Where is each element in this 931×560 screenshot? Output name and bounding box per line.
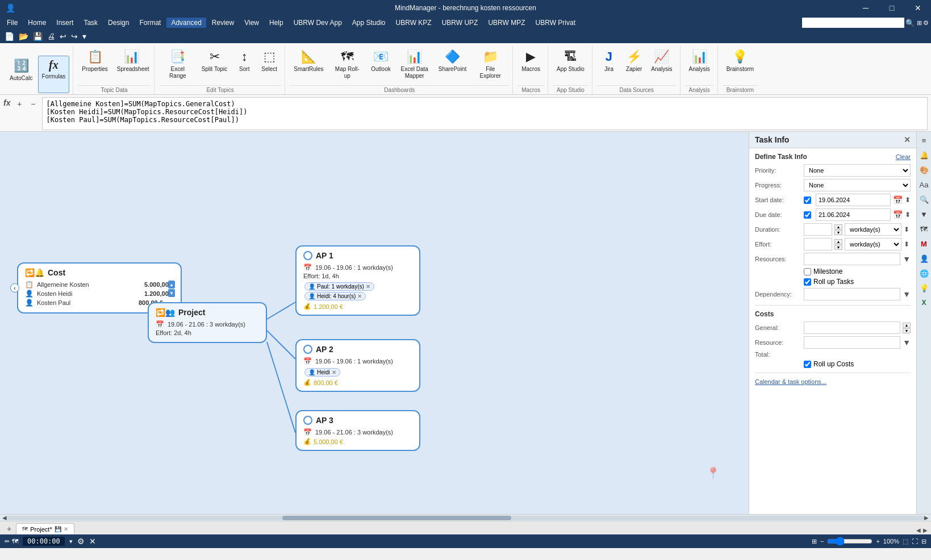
spreadsheet-button[interactable]: 📊 Spreadsheet	[113, 47, 151, 84]
zoom-out-icon[interactable]: −	[820, 538, 824, 545]
h-scrollbar[interactable]: ◀ ▶	[0, 514, 931, 521]
scroll-right-btn[interactable]: ▶	[924, 515, 929, 521]
menu-review[interactable]: Review	[207, 18, 239, 28]
ap1-tag-heidi-remove[interactable]: ✕	[357, 293, 362, 299]
sidebar-style-icon[interactable]: Aa	[918, 178, 930, 191]
costs-general-down[interactable]: ▼	[903, 328, 911, 333]
task-panel-close[interactable]: ✕	[904, 135, 911, 144]
due-date-spinner[interactable]: ⬍	[905, 211, 911, 219]
brainstorm-button[interactable]: 💡 Brainstorm	[723, 47, 758, 84]
duration-up[interactable]: ▲	[834, 224, 842, 229]
milestone-checkbox[interactable]	[804, 268, 811, 275]
ap1-tag-paul-remove[interactable]: ✕	[366, 283, 370, 290]
undo-btn[interactable]: ↩	[59, 31, 68, 42]
rollup-tasks-checkbox[interactable]	[804, 278, 811, 286]
analysis2-button[interactable]: 📊 Analysis	[685, 47, 714, 84]
formulas-button[interactable]: fx Formulas	[38, 56, 70, 93]
expand-btn[interactable]: ▾	[81, 31, 87, 42]
sidebar-bell-icon[interactable]: 🔔	[918, 149, 930, 161]
sidebar-globe-icon[interactable]: 🌐	[918, 267, 930, 279]
menu-ubrw-kpz[interactable]: UBRW KPZ	[391, 18, 436, 28]
cost-scroll-down[interactable]: ▼	[168, 289, 175, 297]
effort-up[interactable]: ▲	[834, 239, 842, 244]
cost-collapse-btn[interactable]: ‹	[10, 283, 19, 292]
fit-page-icon[interactable]: ⊞	[812, 538, 817, 545]
tab-nav-right[interactable]: ▶	[923, 527, 928, 533]
file-explorer-button[interactable]: 📁 File Explorer	[471, 47, 509, 84]
new-btn[interactable]: 📄	[3, 31, 15, 42]
ap2-tag-heidi-remove[interactable]: ✕	[332, 369, 336, 375]
properties-button[interactable]: 📋 Properties	[78, 47, 112, 84]
tab-close-btn[interactable]: ✕	[64, 526, 68, 532]
start-date-checkbox[interactable]	[804, 197, 811, 204]
menu-format[interactable]: Format	[135, 18, 165, 28]
map-rollup-button[interactable]: 🗺 Map Roll-up	[328, 47, 366, 84]
sidebar-search-icon[interactable]: 🔍	[918, 193, 930, 206]
resources-input[interactable]	[804, 253, 900, 265]
ap3-node[interactable]: AP 3 📅 19.06 - 21.06 : 3 workday(s) 💰 5.…	[295, 410, 420, 451]
due-date-calendar-icon[interactable]: 📅	[893, 210, 903, 219]
timer-control-btn[interactable]: ▾	[69, 538, 73, 545]
sidebar-map-icon[interactable]: 🗺	[918, 223, 930, 235]
settings-icon[interactable]: ⚙	[923, 19, 929, 27]
sidebar-properties-icon[interactable]: ≡	[918, 134, 930, 147]
outlook-button[interactable]: 📧 Outlook	[367, 47, 394, 84]
menu-help[interactable]: Help	[265, 18, 288, 28]
start-date-input[interactable]	[816, 194, 891, 206]
calendar-link[interactable]: Calendar & task options...	[755, 378, 826, 385]
search-icon[interactable]: 🔍	[905, 19, 915, 27]
smartrules-button[interactable]: 📐 SmartRules	[290, 47, 327, 84]
sidebar-filter-icon[interactable]: ▼	[918, 208, 930, 220]
menu-home[interactable]: Home	[23, 18, 51, 28]
formula-input[interactable]: [Allgemeine Kosten]=SUM(MapTopics.Genera…	[42, 97, 928, 130]
sidebar-format-icon[interactable]: 🎨	[918, 164, 930, 176]
minimize-btn[interactable]: ─	[853, 0, 879, 16]
menu-file[interactable]: File	[2, 18, 22, 28]
grid-view-icon[interactable]: ⊞	[917, 19, 922, 27]
open-btn[interactable]: 📂	[18, 31, 30, 42]
canvas[interactable]: ‹ 🔁🔔 Cost 📋 Allgemeine Kosten 5.000,00 €…	[0, 132, 749, 514]
costs-resource-expand-icon[interactable]: ▼	[903, 338, 911, 347]
scroll-thumb[interactable]	[282, 516, 512, 520]
duration-input[interactable]	[804, 223, 832, 236]
menu-app-studio[interactable]: App Studio	[348, 18, 390, 28]
duration-unit-select[interactable]: workday(s)	[845, 223, 901, 236]
search-input[interactable]	[802, 18, 904, 28]
dependency-expand-icon[interactable]: ▼	[903, 290, 911, 299]
scroll-left-btn[interactable]: ◀	[2, 515, 7, 521]
progress-select[interactable]: None	[804, 179, 911, 191]
menu-ubrw-privat[interactable]: UBRW Privat	[531, 18, 580, 28]
effort-down[interactable]: ▼	[834, 245, 842, 250]
print-btn[interactable]: 🖨	[46, 31, 56, 42]
view-normal-icon[interactable]: ⬚	[903, 538, 908, 545]
jira-button[interactable]: J Jira	[597, 47, 621, 84]
autocalc-button[interactable]: 🔢 AutoCalc	[6, 56, 37, 93]
formula-add-btn[interactable]: +	[14, 98, 25, 110]
rollup-costs-checkbox[interactable]	[804, 361, 811, 368]
sidebar-m-icon[interactable]: M	[918, 237, 930, 250]
sharepoint-button[interactable]: 🔷 SharePoint	[435, 47, 470, 84]
close-btn[interactable]: ✕	[905, 0, 931, 16]
effort-unit-select[interactable]: workday(s)	[845, 238, 901, 250]
maximize-btn[interactable]: □	[879, 0, 905, 16]
excel-mapper-button[interactable]: 📊 Excel Data Mapper	[396, 47, 433, 84]
ap1-node[interactable]: AP 1 📅 19.06 - 19.06 : 1 workday(s) Effo…	[295, 245, 420, 316]
sort-button[interactable]: ↕ Sort	[232, 47, 256, 84]
menu-advanced[interactable]: Advanced	[166, 18, 206, 28]
project-node[interactable]: 🔁👥 Project 📅 19.06 - 21.06 : 3 workday(s…	[148, 302, 267, 343]
sidebar-excel-icon[interactable]: X	[918, 296, 930, 309]
analysis-button[interactable]: 📈 Analysis	[647, 47, 676, 84]
tab-add-btn[interactable]: +	[3, 523, 15, 534]
start-date-calendar-icon[interactable]: 📅	[893, 195, 903, 204]
select-button[interactable]: ⬚ Select	[257, 47, 281, 84]
menu-ubrw-upz[interactable]: UBRW UPZ	[437, 18, 483, 28]
app-studio-button[interactable]: 🏗 App Studio	[553, 47, 588, 84]
tab-save-icon[interactable]: 💾	[55, 526, 61, 532]
sidebar-bulb-icon[interactable]: 💡	[918, 282, 930, 294]
costs-general-up[interactable]: ▲	[903, 323, 911, 328]
zoom-slider[interactable]	[827, 537, 872, 546]
formula-minus-btn[interactable]: −	[27, 98, 39, 110]
effort-expand-btn[interactable]: ⬍	[904, 240, 909, 248]
view-options-icon[interactable]: ⊟	[921, 538, 926, 545]
costs-general-input[interactable]	[804, 321, 900, 334]
